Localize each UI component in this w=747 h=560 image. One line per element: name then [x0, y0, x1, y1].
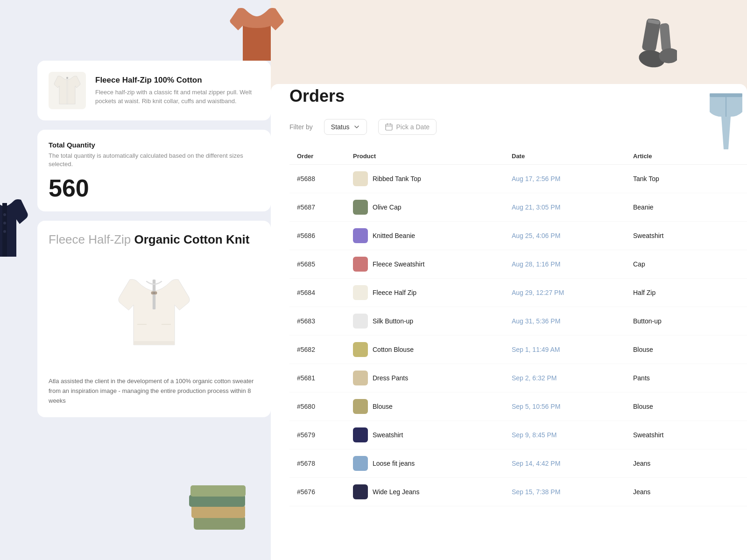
- product-thumb: [353, 371, 368, 385]
- order-article: Blouse: [633, 346, 653, 353]
- product-name: Loose fit jeans: [373, 460, 415, 467]
- order-date: Sep 1, 11:49 AM: [512, 346, 560, 353]
- product-card-description: Fleece half-zip with a classic fit and m…: [95, 88, 260, 106]
- svg-point-25: [153, 292, 155, 294]
- product-info-card: Fleece Half-Zip 100% Cotton Fleece half-…: [37, 61, 271, 120]
- product-thumb: [353, 456, 368, 471]
- left-panel: Fleece Half-Zip 100% Cotton Fleece half-…: [37, 61, 271, 427]
- order-article: Cap: [633, 260, 645, 268]
- table-row[interactable]: #5681 Dress Pants Sep 2, 6:32 PM Pants: [289, 364, 747, 392]
- orders-title: Orders: [289, 86, 747, 106]
- table-row[interactable]: #5687 Olive Cap Aug 21, 3:05 PM Beanie: [289, 193, 747, 222]
- status-filter-label: Status: [331, 123, 350, 131]
- product-detail-image: [49, 257, 260, 369]
- product-detail-title-bold: Organic Cotton Knit: [134, 232, 250, 246]
- order-article: Button-up: [633, 317, 662, 325]
- col-order: Order: [289, 148, 345, 165]
- product-card-info: Fleece Half-Zip 100% Cotton Fleece half-…: [95, 76, 260, 106]
- svg-rect-28: [134, 341, 175, 345]
- order-article: Jeans: [633, 488, 650, 496]
- order-number: #5686: [297, 232, 315, 239]
- order-number: #5688: [297, 175, 315, 182]
- product-name: Knitted Beanie: [373, 232, 415, 239]
- product-name: Olive Cap: [373, 203, 401, 211]
- table-row[interactable]: #5686 Knitted Beanie Aug 25, 4:06 PM Swe…: [289, 222, 747, 250]
- table-row[interactable]: #5680 Blouse Sep 5, 10:56 PM Blouse: [289, 392, 747, 421]
- product-name: Wide Leg Jeans: [373, 488, 419, 496]
- product-cell: Sweatshirt: [353, 427, 497, 442]
- product-cell: Loose fit jeans: [353, 456, 497, 471]
- svg-point-22: [66, 77, 68, 79]
- product-cell: Dress Pants: [353, 371, 497, 385]
- product-thumb: [353, 399, 368, 414]
- order-number: #5681: [297, 374, 315, 382]
- orders-panel: Orders Filter by Status Pick a Date Orde…: [289, 86, 747, 506]
- product-card-title: Fleece Half-Zip 100% Cotton: [95, 76, 260, 85]
- table-row[interactable]: #5679 Sweatshirt Sep 9, 8:45 PM Sweatshi…: [289, 421, 747, 449]
- order-article: Pants: [633, 374, 650, 382]
- product-thumbnail: [49, 72, 86, 109]
- product-name: Ribbed Tank Top: [373, 175, 421, 182]
- order-date: Aug 17, 2:56 PM: [512, 175, 560, 182]
- product-cell: Fleece Sweatshirt: [353, 257, 497, 272]
- table-row[interactable]: #5678 Loose fit jeans Sep 14, 4:42 PM Je…: [289, 449, 747, 478]
- filter-section: Filter by Status Pick a Date: [289, 119, 747, 135]
- product-cell: Wide Leg Jeans: [353, 484, 497, 499]
- order-article: Half Zip: [633, 289, 655, 296]
- product-cell: Ribbed Tank Top: [353, 171, 497, 186]
- order-article: Sweatshirt: [633, 431, 663, 439]
- table-row[interactable]: #5676 Wide Leg Jeans Sep 15, 7:38 PM Jea…: [289, 478, 747, 506]
- order-article: Tank Top: [633, 175, 659, 182]
- order-number: #5687: [297, 203, 315, 211]
- date-filter-button[interactable]: Pick a Date: [378, 119, 437, 135]
- quantity-title: Total Quantity: [49, 141, 260, 149]
- order-article: Sweatshirt: [633, 232, 663, 239]
- col-date: Date: [504, 148, 626, 165]
- svg-rect-29: [386, 124, 392, 130]
- order-date: Aug 29, 12:27 PM: [512, 289, 564, 296]
- product-cell: Olive Cap: [353, 200, 497, 215]
- order-article: Blouse: [633, 403, 653, 410]
- table-row[interactable]: #5688 Ribbed Tank Top Aug 17, 2:56 PM Ta…: [289, 165, 747, 193]
- order-date: Aug 21, 3:05 PM: [512, 203, 560, 211]
- table-row[interactable]: #5683 Silk Button-up Aug 31, 5:36 PM But…: [289, 307, 747, 336]
- table-row[interactable]: #5682 Cotton Blouse Sep 1, 11:49 AM Blou…: [289, 336, 747, 364]
- order-number: #5682: [297, 346, 315, 353]
- product-detail-card: Fleece Half-Zip Organic Cotton Knit: [37, 221, 271, 417]
- orders-table: Order Product Date Article #5688 Ribbed …: [289, 148, 747, 506]
- table-row[interactable]: #5685 Fleece Sweatshirt Aug 28, 1:16 PM …: [289, 250, 747, 279]
- status-filter-dropdown[interactable]: Status: [324, 119, 367, 135]
- product-cell: Fleece Half Zip: [353, 285, 497, 300]
- chevron-down-icon: [353, 124, 360, 130]
- product-cell: Knitted Beanie: [353, 228, 497, 243]
- product-name: Sweatshirt: [373, 431, 403, 439]
- order-date: Sep 15, 7:38 PM: [512, 488, 560, 496]
- order-number: #5683: [297, 317, 315, 325]
- order-number: #5679: [297, 431, 315, 439]
- product-thumb: [353, 228, 368, 243]
- order-number: #5684: [297, 289, 315, 296]
- order-date: Sep 9, 8:45 PM: [512, 431, 557, 439]
- product-cell: Cotton Blouse: [353, 342, 497, 357]
- product-thumb: [353, 285, 368, 300]
- product-name: Fleece Half Zip: [373, 289, 416, 296]
- product-thumb: [353, 427, 368, 442]
- product-thumb: [353, 342, 368, 357]
- product-name: Dress Pants: [373, 374, 408, 382]
- col-article: Article: [626, 148, 747, 165]
- order-date: Sep 14, 4:42 PM: [512, 460, 560, 467]
- order-number: #5680: [297, 403, 315, 410]
- product-thumb: [353, 200, 368, 215]
- order-number: #5676: [297, 488, 315, 496]
- quantity-value: 560: [49, 176, 260, 200]
- product-name: Silk Button-up: [373, 317, 413, 325]
- orders-table-body: #5688 Ribbed Tank Top Aug 17, 2:56 PM Ta…: [289, 165, 747, 506]
- product-thumb: [353, 484, 368, 499]
- order-number: #5678: [297, 460, 315, 467]
- product-detail-description: Atla assisted the client in the developm…: [49, 377, 260, 406]
- product-cell: Silk Button-up: [353, 314, 497, 329]
- order-date: Aug 31, 5:36 PM: [512, 317, 560, 325]
- calendar-icon: [385, 123, 393, 131]
- product-name: Fleece Sweatshirt: [373, 260, 424, 268]
- table-row[interactable]: #5684 Fleece Half Zip Aug 29, 12:27 PM H…: [289, 279, 747, 307]
